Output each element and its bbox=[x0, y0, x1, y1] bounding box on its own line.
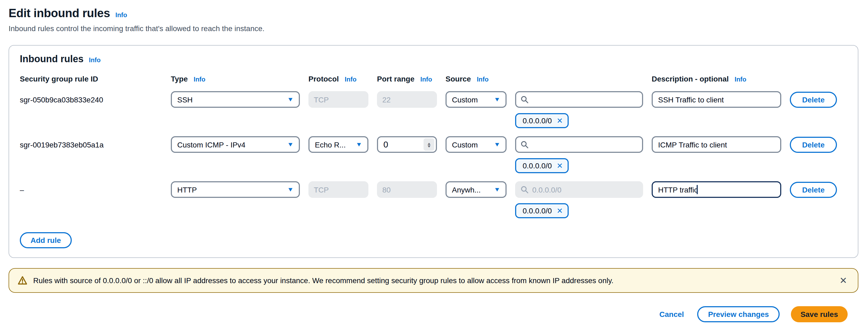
warning-icon bbox=[18, 276, 27, 285]
cidr-chip: 0.0.0.0/0 ✕ bbox=[515, 158, 569, 173]
search-icon bbox=[521, 140, 528, 148]
add-rule-button[interactable]: Add rule bbox=[20, 232, 72, 248]
search-icon bbox=[521, 186, 528, 194]
chevron-down-icon: ▼ bbox=[494, 187, 501, 193]
source-info-link[interactable]: Info bbox=[477, 76, 489, 83]
chevron-down-icon: ▼ bbox=[287, 96, 294, 103]
source-search-field bbox=[532, 185, 638, 194]
cidr-chip: 0.0.0.0/0 ✕ bbox=[515, 203, 569, 218]
description-input[interactable] bbox=[652, 136, 781, 153]
rule-row-icmp: sgr-0019eb7383eb05a1a Custom ICMP - IPv4… bbox=[20, 136, 847, 153]
warning-text: Rules with source of 0.0.0.0/0 or ::/0 a… bbox=[33, 276, 832, 285]
panel-title-info-link[interactable]: Info bbox=[89, 56, 101, 64]
port-range-readonly: 80 bbox=[377, 181, 437, 198]
type-select[interactable]: SSH ▼ bbox=[171, 91, 300, 108]
source-mode-select[interactable]: Custom ▼ bbox=[445, 136, 506, 153]
cidr-chip: 0.0.0.0/0 ✕ bbox=[515, 113, 569, 128]
delete-button[interactable]: Delete bbox=[790, 182, 837, 198]
chevron-down-icon: ▼ bbox=[356, 142, 363, 147]
source-chip-row: 0.0.0.0/0 ✕ bbox=[515, 158, 847, 173]
source-search-input[interactable] bbox=[515, 91, 643, 108]
cancel-button[interactable]: Cancel bbox=[657, 306, 686, 322]
port-range-readonly: 22 bbox=[377, 91, 437, 108]
description-info-link[interactable]: Info bbox=[735, 76, 746, 83]
page-header: Edit inbound rules Info Inbound rules co… bbox=[0, 0, 868, 33]
source-search-field[interactable] bbox=[532, 140, 638, 149]
chip-close-icon[interactable]: ✕ bbox=[557, 162, 563, 169]
source-search-input[interactable] bbox=[515, 136, 643, 153]
description-input-wrap bbox=[652, 181, 781, 198]
description-input[interactable] bbox=[652, 91, 781, 108]
delete-button[interactable]: Delete bbox=[790, 136, 837, 152]
preview-changes-button[interactable]: Preview changes bbox=[698, 306, 780, 322]
rule-id-text: sgr-050b9ca03b833e240 bbox=[20, 95, 162, 104]
rule-id-text: sgr-0019eb7383eb05a1a bbox=[20, 140, 162, 149]
col-rule-id: Security group rule ID bbox=[20, 75, 162, 83]
chip-close-icon[interactable]: ✕ bbox=[557, 117, 563, 124]
page-title: Edit inbound rules bbox=[8, 6, 110, 20]
rule-row-ssh: sgr-050b9ca03b833e240 SSH ▼ TCP 22 Custo… bbox=[20, 91, 847, 108]
type-select[interactable]: Custom ICMP - IPv4 ▼ bbox=[171, 136, 300, 153]
chevron-down-icon: ▼ bbox=[494, 142, 501, 147]
col-source: SourceInfo bbox=[445, 75, 643, 83]
source-mode-select[interactable]: Custom ▼ bbox=[445, 91, 506, 108]
footer-actions: Cancel Preview changes Save rules bbox=[657, 306, 848, 322]
protocol-info-link[interactable]: Info bbox=[345, 76, 356, 83]
stepper-buttons[interactable]: ▲ ▼ bbox=[424, 138, 434, 151]
save-rules-button[interactable]: Save rules bbox=[791, 306, 848, 322]
column-header-row: Security group rule ID TypeInfo Protocol… bbox=[20, 75, 847, 83]
inbound-rules-panel: Inbound rules Info Security group rule I… bbox=[8, 45, 858, 258]
description-input-focused[interactable] bbox=[652, 181, 781, 198]
chevron-down-icon: ▼ bbox=[287, 187, 294, 193]
page-subtitle: Inbound rules control the incoming traff… bbox=[8, 24, 860, 33]
warning-banner: Rules with source of 0.0.0.0/0 or ::/0 a… bbox=[8, 268, 858, 293]
protocol-select[interactable]: Echo R... ▼ bbox=[308, 136, 368, 153]
chevron-down-icon: ▼ bbox=[494, 96, 501, 103]
col-protocol: ProtocolInfo bbox=[308, 75, 368, 83]
type-select[interactable]: HTTP ▼ bbox=[171, 181, 300, 198]
chevron-down-icon: ▼ bbox=[287, 142, 294, 147]
port-range-info-link[interactable]: Info bbox=[420, 76, 432, 83]
rule-id-text: – bbox=[20, 185, 162, 194]
close-icon[interactable]: ✕ bbox=[837, 275, 849, 286]
type-info-link[interactable]: Info bbox=[193, 76, 205, 83]
chip-close-icon[interactable]: ✕ bbox=[557, 207, 563, 215]
panel-title: Inbound rules bbox=[20, 54, 84, 65]
col-port-range: Port rangeInfo bbox=[377, 75, 437, 83]
rule-row-http: – HTTP ▼ TCP 80 Anywh... ▼ Delete bbox=[20, 181, 847, 198]
text-cursor bbox=[696, 185, 698, 194]
port-range-stepper[interactable]: 0 ▲ ▼ bbox=[377, 136, 437, 153]
delete-button[interactable]: Delete bbox=[790, 91, 837, 108]
stepper-down-icon[interactable]: ▼ bbox=[427, 144, 431, 147]
source-search-field[interactable] bbox=[532, 95, 638, 104]
source-search-input-disabled bbox=[515, 181, 643, 198]
search-icon bbox=[521, 95, 528, 104]
col-description: Description - optionalInfo bbox=[652, 75, 781, 83]
col-type: TypeInfo bbox=[171, 75, 300, 83]
page-title-info-link[interactable]: Info bbox=[115, 11, 127, 19]
source-mode-select[interactable]: Anywh... ▼ bbox=[445, 181, 506, 198]
source-chip-row: 0.0.0.0/0 ✕ bbox=[515, 113, 847, 128]
source-chip-row: 0.0.0.0/0 ✕ bbox=[515, 203, 847, 218]
protocol-readonly: TCP bbox=[308, 181, 368, 198]
edit-inbound-rules-page: Edit inbound rules Info Inbound rules co… bbox=[0, 0, 868, 333]
protocol-readonly: TCP bbox=[308, 91, 368, 108]
